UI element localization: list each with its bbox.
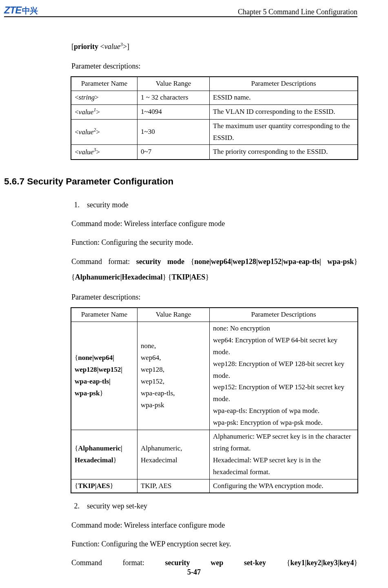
table-row: {Alphanumeric| Hexadecimal} Alphanumeric…	[71, 430, 358, 479]
brace: }	[354, 559, 357, 567]
th-range: Value Range	[137, 77, 210, 91]
priority-syntax: [priority <value3>]	[71, 40, 357, 53]
priority-keyword: priority	[74, 42, 98, 51]
param-name: value	[79, 148, 94, 156]
cell-range: TKIP, AES	[137, 479, 210, 493]
cmd-word: format:	[123, 559, 144, 567]
th-range: Value Range	[137, 308, 210, 322]
command-format-1: Command format: security mode {none|wep6…	[71, 254, 357, 285]
param-desc-label: Parameter descriptions:	[71, 59, 357, 73]
opt: Alphanumeric|	[78, 444, 122, 452]
table-row: <value3> 0~7 The priority corresponding …	[71, 145, 358, 160]
param-name: value	[79, 108, 94, 116]
cmd-opts-1: none|wep64|wep128|wep152|wpa-eap-tls|	[194, 257, 321, 266]
cmd-opts: key1|key2|key3|key4	[290, 559, 354, 567]
list-title: security wep set-key	[87, 499, 147, 513]
logo: ZTE中兴	[4, 4, 38, 16]
param-desc-label-2: Parameter descriptions:	[71, 290, 357, 304]
brace-close: }	[110, 482, 113, 490]
logo-text-cn: 中兴	[22, 5, 38, 16]
th-desc: Parameter Descriptions	[210, 77, 358, 91]
table-row: {TKIP|AES} TKIP, AES Configuring the WPA…	[71, 479, 358, 493]
command-mode-1: Command mode: Wireless interface configu…	[71, 217, 357, 231]
function-1: Function: Configuring the security mode.	[71, 235, 357, 249]
brace-close: }	[100, 389, 103, 397]
cmd-opts-2: Alphanumeric|Hexadecimal	[75, 273, 163, 281]
cell-name: <value3>	[71, 145, 137, 160]
table-header-row: Parameter Name Value Range Parameter Des…	[71, 77, 358, 91]
gt: >	[96, 148, 100, 156]
opt: none|wep64|	[78, 354, 114, 362]
brace-open: {	[75, 444, 78, 452]
table-row: <value1> 1~4094 The VLAN ID correspondin…	[71, 105, 358, 120]
lt: <	[75, 148, 79, 156]
brace-close: }	[113, 456, 116, 464]
table-row: <string> 1 ~ 32 characters ESSID name.	[71, 91, 358, 105]
function-2: Function: Configuring the WEP encryption…	[71, 537, 357, 551]
cell-desc: The priority corresponding to the ESSID.	[210, 145, 358, 160]
cell-range: 0~7	[137, 145, 210, 160]
cmd-prefix: Command format:	[71, 257, 136, 266]
table-header-row: Parameter Name Value Range Parameter Des…	[71, 308, 358, 322]
cmd-word: Command	[71, 559, 102, 567]
cmd-kw: set-key	[244, 559, 266, 567]
cell-name: <string>	[71, 91, 137, 105]
cmd-opts-group: {key1|key2|key3|key4}	[287, 559, 357, 567]
cmd-opts-1b: wpa-psk	[327, 257, 354, 266]
param-name: string	[79, 93, 95, 101]
cmd-kw: wep	[211, 559, 223, 567]
parameter-table-1: Parameter Name Value Range Parameter Des…	[71, 76, 358, 160]
cmd-opts-3: TKIP|AES	[171, 273, 205, 281]
cell-range: 1~30	[137, 119, 210, 145]
bracket-close: >]	[123, 42, 129, 51]
th-desc: Parameter Descriptions	[210, 308, 358, 322]
lt: <	[75, 108, 79, 116]
page-number: 5-47	[0, 568, 388, 577]
param-name: value	[79, 128, 94, 136]
gt: >	[96, 128, 100, 136]
logo-text-zte: ZTE	[4, 4, 21, 16]
th-name: Parameter Name	[71, 308, 137, 322]
brace: {	[287, 559, 290, 567]
cmd-kw: security	[165, 559, 190, 567]
cell-desc: The maximum user quantity corresponding …	[210, 119, 358, 145]
list-title: security mode	[87, 198, 128, 212]
gt: >	[96, 108, 100, 116]
cell-desc: Alphanumeric: WEP secret key is in the c…	[210, 430, 358, 479]
brace-open: {	[75, 354, 78, 362]
section-heading: 5.6.7 Security Parameter Configuration	[4, 173, 357, 191]
command-mode-2: Command mode: Wireless interface configu…	[71, 518, 357, 532]
opt: TKIP|AES	[78, 482, 110, 490]
brace: {	[184, 257, 194, 266]
opt: wpa-psk	[75, 389, 100, 397]
cell-name: <value2>	[71, 119, 137, 145]
list-item-1: 1. security mode	[71, 198, 357, 212]
cell-range: none, wep64, wep128, wep152, wpa-eap-tls…	[137, 322, 210, 430]
table-row: {none|wep64| wep128|wep152| wpa-eap-tls|…	[71, 322, 358, 430]
cell-desc: The VLAN ID corresponding to the ESSID.	[210, 105, 358, 120]
cell-range: Alphanumeric, Hexadecimal	[137, 430, 210, 479]
list-item-2: 2. security wep set-key	[71, 499, 357, 513]
cmd-kw: security mode	[136, 257, 184, 266]
brace: }	[205, 273, 209, 281]
opt: wpa-eap-tls|	[75, 377, 111, 385]
opt: wep128|wep152|	[75, 366, 122, 373]
cell-name: {none|wep64| wep128|wep152| wpa-eap-tls|…	[71, 322, 137, 430]
opt: Hexadecimal	[75, 456, 113, 464]
brace-open: {	[75, 482, 78, 490]
parameter-table-2: Parameter Name Value Range Parameter Des…	[71, 307, 358, 493]
angle-open: <	[98, 42, 104, 51]
cell-name: <value1>	[71, 105, 137, 120]
lt: <	[75, 93, 79, 101]
gt: >	[95, 93, 99, 101]
cell-name: {TKIP|AES}	[71, 479, 137, 493]
chapter-title: Chapter 5 Command Line Configuration	[238, 8, 357, 16]
cell-desc: none: No encryption wep64: Encryption of…	[210, 322, 358, 430]
cell-range: 1 ~ 32 characters	[137, 91, 210, 105]
page-header: ZTE中兴 Chapter 5 Command Line Configurati…	[4, 4, 357, 17]
priority-value: value	[104, 42, 120, 51]
th-name: Parameter Name	[71, 77, 137, 91]
cell-desc: ESSID name.	[210, 91, 358, 105]
cell-desc: Configuring the WPA encryption mode.	[210, 479, 358, 493]
brace: } {	[163, 273, 172, 281]
